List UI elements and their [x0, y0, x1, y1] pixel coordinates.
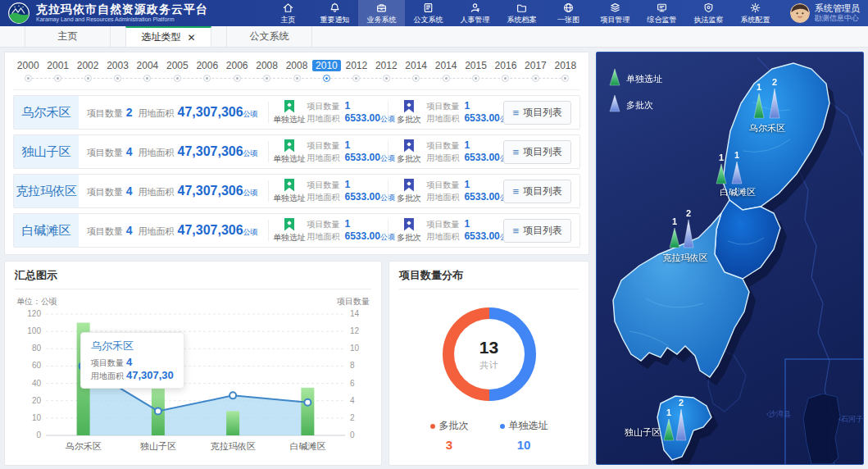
list-icon: ≡	[512, 186, 519, 197]
nav-item-gear[interactable]: 系统配置	[732, 0, 779, 26]
year-item[interactable]: 2014	[431, 59, 461, 87]
bar-白碱滩区[interactable]	[301, 388, 314, 435]
gear-icon	[749, 2, 761, 14]
year-item[interactable]: 2006	[222, 59, 252, 87]
year-dot[interactable]	[383, 75, 390, 82]
year-dot[interactable]	[472, 75, 479, 82]
map-district-label: 克拉玛依区	[663, 253, 708, 262]
project-list-button[interactable]: ≡项目列表	[503, 219, 571, 243]
nav-item-globe[interactable]: 一张图	[545, 0, 592, 26]
year-label: 2005	[162, 59, 192, 73]
line-point-克拉玛依区[interactable]	[229, 392, 236, 398]
project-list-button[interactable]: ≡项目列表	[503, 140, 571, 164]
district-row: 独山子区 项目数量4 用地面积47,307,306公顷 单独选址 项目数量1 用…	[13, 134, 580, 169]
year-label: 2015	[461, 59, 490, 73]
year-dot[interactable]	[502, 75, 509, 82]
year-item[interactable]: 2004	[133, 59, 162, 87]
year-item[interactable]: 2003	[102, 59, 132, 87]
district-shapes[interactable]	[613, 63, 829, 460]
year-item[interactable]: 2008	[282, 59, 311, 87]
tooltip-count-value: 4	[126, 356, 132, 368]
year-dot[interactable]	[234, 75, 241, 82]
donut-chart[interactable]: 13 共计	[443, 307, 536, 401]
document-icon	[422, 2, 434, 14]
karamay-map[interactable]: ‹沙湾县‹石河子 单独选址多批次 12乌尔禾区11白碱滩区12克拉玛依区12独山…	[597, 52, 864, 464]
multi-batch-cone-icon	[684, 220, 693, 248]
user-avatar[interactable]	[790, 3, 810, 23]
line-point-白碱滩区[interactable]	[304, 399, 311, 406]
year-dot[interactable]	[293, 75, 301, 82]
donut-legend-item[interactable]: 多批次 3	[430, 419, 469, 452]
nav-item-shield[interactable]: 执法监察	[685, 0, 732, 26]
year-item[interactable]: 2008	[252, 59, 281, 87]
left-axis-tick: 10	[32, 413, 42, 422]
tab-home[interactable]: 主页	[25, 26, 111, 47]
nav-item-label: 重要通知	[320, 15, 350, 25]
donut-legend-item[interactable]: 单独选址 10	[500, 419, 548, 452]
year-label: 2017	[520, 59, 550, 73]
year-dot[interactable]	[84, 75, 92, 82]
year-item[interactable]: 2001	[43, 59, 72, 87]
year-label: 2001	[43, 59, 72, 73]
nav-item-document[interactable]: 公文系统	[405, 0, 452, 26]
nav-item-label: 系统配置	[741, 15, 770, 25]
year-item[interactable]: 2014	[401, 59, 430, 87]
year-item[interactable]: 2018	[551, 59, 580, 87]
year-dot[interactable]	[114, 75, 121, 82]
tab-document-system[interactable]: 公文系统	[226, 26, 312, 47]
nav-item-monitor[interactable]: 综合监管	[639, 0, 685, 26]
user-info[interactable]: 系统管理员 勘测信息中心	[790, 3, 860, 23]
single-site-stats: 项目数量1 用地面积6533.00公顷	[307, 139, 384, 165]
year-item[interactable]: 2012	[371, 59, 401, 87]
app-title: 克拉玛依市自然资源政务云平台	[36, 3, 208, 16]
year-dot[interactable]	[25, 75, 32, 82]
divider	[13, 89, 580, 90]
multi-batch-stats: 项目数量1 用地面积6533.00公顷	[426, 218, 503, 244]
district-project-count: 项目数量2	[79, 106, 139, 120]
year-item[interactable]: 2006	[193, 59, 222, 87]
year-item[interactable]: 2005	[162, 59, 192, 87]
year-dot[interactable]	[263, 75, 270, 82]
nav-item-bell[interactable]: 重要通知	[311, 0, 358, 26]
nav-item-folder[interactable]: 系统档案	[498, 0, 545, 26]
line-point-独山子区[interactable]	[155, 408, 161, 414]
bar-克拉玛依区[interactable]	[226, 411, 239, 435]
tab-close-icon[interactable]: ✕	[187, 32, 195, 43]
year-dot[interactable]	[143, 75, 151, 82]
tab-bar: 主页选址类型✕公文系统	[0, 26, 868, 48]
category-label: 白碱滩区	[289, 441, 325, 451]
left-axis-tick: 20	[32, 396, 42, 405]
single-site-badge: 单独选址	[272, 139, 307, 165]
category-label: 乌尔禾区	[65, 441, 102, 451]
nav-item-briefcase[interactable]: 业务系统	[358, 0, 405, 26]
project-list-button[interactable]: ≡项目列表	[503, 101, 571, 125]
year-dot[interactable]	[174, 75, 181, 82]
tooltip-area-label: 用地面积	[91, 371, 124, 380]
year-item[interactable]: 2010	[311, 59, 341, 87]
nav-item-label: 人事管理	[461, 15, 490, 25]
nav-item-home[interactable]: 主页	[265, 0, 311, 26]
year-dot[interactable]	[561, 75, 569, 82]
bar-line-chart[interactable]: 0010220440660880101001212014乌尔禾区独山子区克拉玛依…	[15, 307, 371, 455]
nav-item-layers[interactable]: 项目管理	[592, 0, 639, 26]
year-item[interactable]: 2015	[461, 59, 490, 87]
year-dot[interactable]	[203, 75, 211, 82]
year-dot[interactable]	[352, 75, 360, 82]
map-panel[interactable]: ‹沙湾县‹石河子 单独选址多批次 12乌尔禾区11白碱滩区12克拉玛依区12独山…	[596, 52, 864, 465]
green-ribbon-icon	[284, 100, 294, 113]
year-item[interactable]: 2000	[13, 59, 43, 87]
year-dot[interactable]	[443, 75, 450, 82]
year-dot[interactable]	[412, 75, 420, 82]
year-item[interactable]: 2002	[73, 59, 102, 87]
year-item[interactable]: 2017	[520, 59, 550, 87]
single-site-stats: 项目数量1 用地面积6533.00公顷	[307, 218, 384, 244]
year-timeline: 2000 2001 2002 2003 2004 2005 2006 2006 …	[13, 59, 580, 87]
year-dot[interactable]	[532, 75, 539, 82]
project-list-button[interactable]: ≡项目列表	[503, 180, 571, 203]
year-item[interactable]: 2016	[491, 59, 520, 87]
year-dot[interactable]	[323, 75, 330, 82]
tab-site-type[interactable]: 选址类型✕	[125, 26, 211, 47]
year-dot[interactable]	[54, 75, 61, 82]
year-item[interactable]: 2012	[342, 59, 371, 87]
nav-item-person[interactable]: 人事管理	[452, 0, 498, 26]
